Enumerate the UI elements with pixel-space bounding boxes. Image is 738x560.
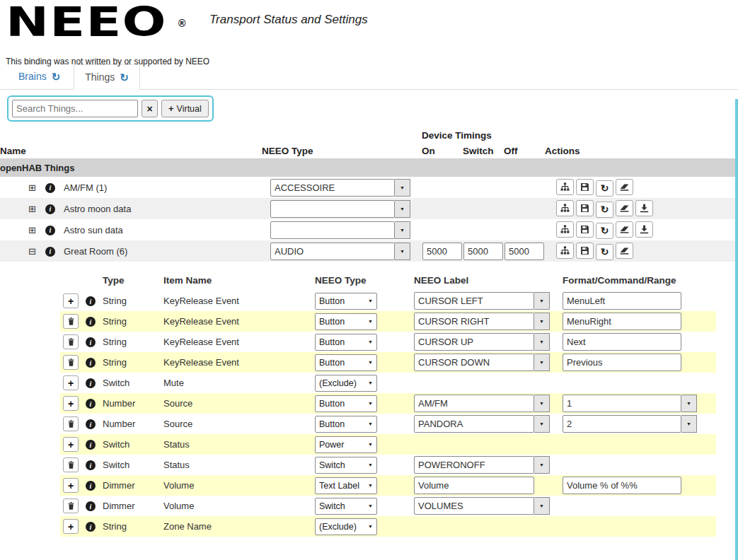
format-command-range-input[interactable] [563, 395, 681, 412]
format-command-range-input[interactable] [563, 477, 681, 494]
neeo-type-dropdown-button[interactable]: ▼ [395, 200, 410, 218]
delete-channel-button[interactable] [63, 334, 79, 349]
neeo-label-input[interactable] [414, 333, 534, 351]
eraser-button[interactable] [616, 221, 633, 238]
channel-neeo-type-select[interactable]: Button▼ [315, 354, 377, 371]
expand-icon[interactable]: ⊞ [28, 225, 36, 235]
sitemap-button[interactable] [556, 179, 574, 195]
add-virtual-button[interactable]: + Virtual [161, 100, 209, 117]
add-channel-button[interactable]: + [63, 396, 79, 411]
timing-off-input[interactable] [505, 243, 544, 260]
neeo-label-dropdown-button[interactable]: ▼ [534, 313, 550, 330]
save-button[interactable] [576, 200, 594, 216]
delete-channel-button[interactable] [63, 416, 79, 431]
add-channel-button[interactable]: + [63, 519, 79, 534]
neeo-type-input[interactable] [270, 221, 395, 239]
collapse-icon[interactable]: ⊟ [28, 246, 36, 257]
add-channel-button[interactable]: + [63, 478, 79, 493]
eraser-button[interactable] [616, 200, 633, 216]
format-dropdown-button[interactable]: ▼ [681, 395, 697, 412]
expand-icon[interactable]: ⊞ [28, 204, 36, 214]
neeo-type-input[interactable] [270, 179, 395, 197]
add-channel-button[interactable]: + [63, 375, 79, 390]
delete-channel-button[interactable] [63, 498, 79, 513]
neeo-label-input[interactable] [414, 395, 534, 412]
download-button[interactable] [635, 200, 653, 216]
save-button[interactable] [576, 179, 594, 195]
channel-neeo-type-select[interactable]: (Exclude)▼ [315, 518, 377, 535]
delete-channel-button[interactable] [63, 457, 79, 472]
info-icon[interactable]: i [86, 501, 96, 511]
neeo-label-input[interactable] [414, 456, 534, 474]
add-channel-button[interactable]: + [63, 437, 79, 452]
refresh-button[interactable]: ↻ [596, 202, 613, 218]
add-channel-button[interactable]: + [63, 293, 79, 308]
save-button[interactable] [576, 221, 594, 238]
neeo-label-dropdown-button[interactable]: ▼ [534, 354, 550, 371]
clear-search-button[interactable]: × [142, 100, 158, 117]
refresh-icon[interactable]: ↻ [52, 71, 61, 82]
refresh-button[interactable]: ↻ [596, 244, 613, 260]
info-icon[interactable]: i [86, 460, 96, 470]
refresh-button[interactable]: ↻ [596, 180, 613, 197]
neeo-label-input[interactable] [414, 292, 534, 310]
delete-channel-button[interactable] [63, 314, 79, 329]
timing-switch-input[interactable] [463, 243, 503, 260]
neeo-label-input[interactable] [414, 497, 534, 515]
neeo-type-dropdown-button[interactable]: ▼ [395, 221, 410, 239]
info-icon[interactable]: i [86, 337, 96, 347]
delete-channel-button[interactable] [63, 355, 79, 370]
neeo-label-dropdown-button[interactable]: ▼ [534, 333, 550, 351]
channel-neeo-type-select[interactable]: Button▼ [315, 293, 377, 310]
info-icon[interactable]: i [86, 440, 96, 450]
neeo-label-input[interactable] [414, 354, 534, 371]
channel-neeo-type-select[interactable]: Button▼ [315, 334, 377, 351]
info-icon[interactable]: i [86, 399, 96, 409]
channel-neeo-type-select[interactable]: Text Label▼ [315, 477, 377, 494]
neeo-label-dropdown-button[interactable]: ▼ [534, 395, 550, 412]
info-icon[interactable]: i [86, 481, 96, 491]
tab-things[interactable]: Things↻ [74, 64, 140, 90]
channel-neeo-type-select[interactable]: Button▼ [315, 395, 377, 412]
info-icon[interactable]: i [86, 296, 96, 306]
channel-neeo-type-select[interactable]: (Exclude)▼ [315, 375, 377, 392]
eraser-button[interactable] [616, 179, 633, 195]
neeo-type-input[interactable] [270, 200, 395, 218]
format-command-range-input[interactable] [563, 333, 681, 351]
info-icon[interactable]: i [45, 183, 55, 193]
save-button[interactable] [576, 243, 594, 259]
info-icon[interactable]: i [45, 204, 55, 214]
neeo-label-dropdown-button[interactable]: ▼ [534, 415, 550, 433]
info-icon[interactable]: i [45, 226, 55, 235]
info-icon[interactable]: i [45, 247, 55, 257]
expand-icon[interactable]: ⊞ [28, 182, 36, 193]
tab-brains[interactable]: Brains↻ [7, 64, 71, 89]
neeo-label-dropdown-button[interactable]: ▼ [534, 292, 550, 310]
channel-neeo-type-select[interactable]: Power▼ [315, 436, 377, 453]
format-command-range-input[interactable] [563, 415, 681, 433]
format-command-range-input[interactable] [563, 313, 681, 330]
sitemap-button[interactable] [556, 200, 574, 216]
info-icon[interactable]: i [86, 378, 96, 388]
neeo-label-dropdown-button[interactable]: ▼ [534, 456, 550, 474]
info-icon[interactable]: i [86, 358, 96, 368]
channel-neeo-type-select[interactable]: Button▼ [315, 313, 377, 330]
channel-neeo-type-select[interactable]: Button▼ [315, 416, 377, 433]
neeo-label-input[interactable] [414, 415, 534, 433]
neeo-label-input[interactable] [414, 477, 534, 494]
info-icon[interactable]: i [86, 419, 96, 429]
download-button[interactable] [635, 221, 653, 238]
format-command-range-input[interactable] [563, 292, 681, 310]
format-command-range-input[interactable] [563, 354, 681, 371]
sitemap-button[interactable] [556, 221, 574, 238]
eraser-button[interactable] [616, 243, 633, 259]
timing-on-input[interactable] [422, 243, 462, 260]
search-input[interactable] [12, 100, 138, 117]
neeo-type-dropdown-button[interactable]: ▼ [395, 179, 410, 197]
neeo-label-dropdown-button[interactable]: ▼ [534, 497, 550, 515]
channel-neeo-type-select[interactable]: Switch▼ [315, 498, 377, 515]
info-icon[interactable]: i [86, 522, 96, 532]
refresh-button[interactable]: ↻ [596, 223, 613, 239]
channel-neeo-type-select[interactable]: Switch▼ [315, 457, 377, 474]
format-dropdown-button[interactable]: ▼ [681, 415, 697, 433]
